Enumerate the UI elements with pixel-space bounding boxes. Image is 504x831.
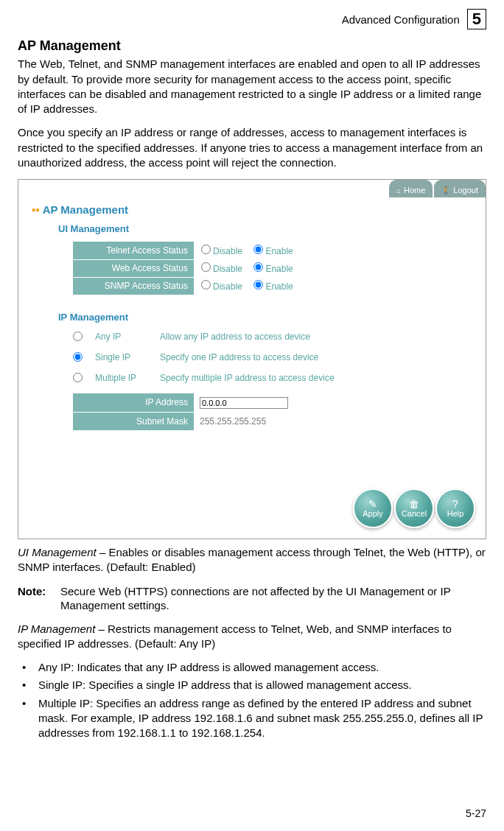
cancel-icon: 🗑 bbox=[409, 499, 419, 509]
ip-multiple-row: Multiple IP Specify multiple IP address … bbox=[73, 373, 472, 383]
snmp-disable-option[interactable]: Disable bbox=[201, 281, 242, 292]
screenshot-buttons: ✎ Apply 🗑 Cancel ? Help bbox=[18, 444, 486, 539]
ip-any-radio[interactable] bbox=[73, 332, 83, 341]
telnet-enable-option[interactable]: Enable bbox=[253, 246, 293, 256]
ip-multiple-radio[interactable] bbox=[73, 373, 83, 382]
help-button[interactable]: ? Help bbox=[435, 488, 475, 528]
ui-management-heading: UI Management bbox=[58, 223, 472, 234]
ip-single-desc: Specify one IP address to access device bbox=[160, 352, 318, 362]
telnet-row-label: Telnet Access Status bbox=[73, 242, 194, 259]
embedded-screenshot: ⌂ Home 🚶 Logout ▪▪AP Management UI Manag… bbox=[18, 179, 486, 539]
snmp-enable-radio[interactable] bbox=[253, 280, 263, 290]
bullet-multiple-ip: •Multiple IP: Specifies an address range… bbox=[22, 696, 486, 741]
logout-icon: 🚶 bbox=[441, 186, 450, 194]
ui-management-description: UI Management – Enables or disables mana… bbox=[18, 545, 486, 575]
paragraph-1: The Web, Telnet, and SNMP management int… bbox=[18, 57, 486, 116]
paragraph-2: Once you specify an IP address or range … bbox=[18, 125, 486, 170]
telnet-disable-radio[interactable] bbox=[201, 245, 211, 254]
cancel-button[interactable]: 🗑 Cancel bbox=[394, 488, 434, 528]
title-text: AP Management bbox=[43, 203, 128, 216]
snmp-row-label: SNMP Access Status bbox=[73, 277, 194, 295]
ip-management-description: IP Management – Restricts management acc… bbox=[18, 622, 486, 652]
ip-any-desc: Allow any IP address to access device bbox=[160, 332, 310, 342]
bullet-dot: • bbox=[22, 660, 31, 675]
note-label: Note: bbox=[18, 584, 53, 613]
ip-single-row: Single IP Specify one IP address to acce… bbox=[73, 352, 472, 362]
bullet-1-text: Any IP: Indicates that any IP address is… bbox=[38, 660, 379, 675]
bullet-2-text: Single IP: Specifies a single IP address… bbox=[38, 678, 412, 692]
ip-single-radio[interactable] bbox=[73, 352, 83, 362]
page-header: Advanced Configuration 5 bbox=[18, 9, 486, 29]
ui-mgmt-term: UI Management bbox=[18, 546, 97, 558]
bullet-3-text: Multiple IP: Specifies an address range … bbox=[38, 696, 486, 741]
ip-any-row: Any IP Allow any IP address to access de… bbox=[73, 332, 472, 342]
web-disable-radio[interactable] bbox=[201, 262, 211, 272]
home-tab[interactable]: ⌂ Home bbox=[389, 180, 433, 197]
ip-input-table: IP Address Subnet Mask 255.255.255.255 bbox=[73, 393, 294, 432]
apply-icon: ✎ bbox=[368, 499, 377, 509]
chapter-number: 5 bbox=[467, 9, 486, 29]
bullet-list: •Any IP: Indicates that any IP address i… bbox=[22, 660, 486, 740]
apply-button[interactable]: ✎ Apply bbox=[353, 488, 393, 528]
title-bullet-icon: ▪▪ bbox=[32, 203, 40, 216]
snmp-disable-radio[interactable] bbox=[201, 280, 211, 290]
bullet-single-ip: •Single IP: Specifies a single IP addres… bbox=[22, 678, 486, 692]
bullet-any-ip: •Any IP: Indicates that any IP address i… bbox=[22, 660, 486, 675]
ip-address-label: IP Address bbox=[73, 393, 194, 413]
help-icon: ? bbox=[452, 499, 458, 509]
home-label: Home bbox=[404, 186, 425, 194]
apply-label: Apply bbox=[363, 509, 383, 518]
ip-any-label: Any IP bbox=[95, 332, 150, 342]
screenshot-title: ▪▪AP Management bbox=[32, 203, 472, 216]
breadcrumb: Advanced Configuration bbox=[342, 13, 460, 26]
snmp-enable-option[interactable]: Enable bbox=[253, 281, 293, 292]
page-number: 5-27 bbox=[466, 807, 486, 819]
ip-options: Any IP Allow any IP address to access de… bbox=[73, 332, 472, 383]
screenshot-topbar: ⌂ Home 🚶 Logout bbox=[18, 180, 486, 197]
ui-management-table: Telnet Access Status Disable Enable Web … bbox=[73, 242, 308, 295]
ip-mgmt-term: IP Management bbox=[18, 623, 95, 635]
web-disable-option[interactable]: Disable bbox=[201, 264, 242, 274]
subnet-mask-label: Subnet Mask bbox=[73, 413, 194, 431]
note-block: Note: Secure Web (HTTPS) connections are… bbox=[18, 584, 486, 613]
cancel-label: Cancel bbox=[402, 509, 427, 518]
help-label: Help bbox=[447, 509, 464, 518]
bullet-dot: • bbox=[22, 678, 31, 692]
logout-tab[interactable]: 🚶 Logout bbox=[434, 180, 486, 197]
telnet-enable-radio[interactable] bbox=[253, 245, 263, 254]
ip-management-heading: IP Management bbox=[58, 312, 472, 323]
home-icon: ⌂ bbox=[396, 186, 401, 194]
logout-label: Logout bbox=[453, 186, 478, 194]
ip-multiple-label: Multiple IP bbox=[95, 373, 150, 383]
subnet-mask-value: 255.255.255.255 bbox=[194, 413, 294, 431]
web-enable-option[interactable]: Enable bbox=[253, 264, 293, 274]
bullet-dot: • bbox=[22, 696, 31, 741]
ip-address-input[interactable] bbox=[200, 397, 288, 409]
section-title: AP Management bbox=[18, 38, 486, 54]
ip-multiple-desc: Specify multiple IP address to access de… bbox=[160, 373, 335, 383]
telnet-disable-option[interactable]: Disable bbox=[201, 246, 242, 256]
note-text: Secure Web (HTTPS) connections are not a… bbox=[60, 584, 486, 613]
ip-single-label: Single IP bbox=[95, 352, 150, 362]
web-row-label: Web Access Status bbox=[73, 259, 194, 277]
web-enable-radio[interactable] bbox=[253, 262, 263, 272]
